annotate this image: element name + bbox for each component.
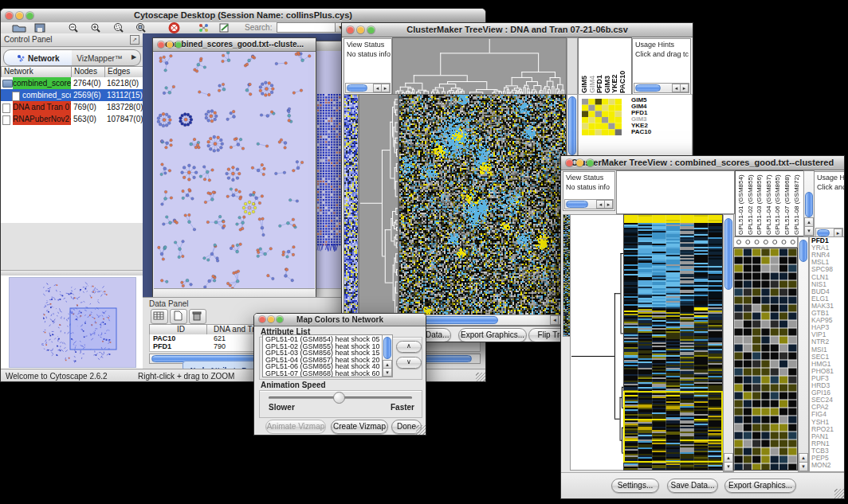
tv1-heatmap[interactable]	[398, 94, 567, 326]
birdseye-view[interactable]	[9, 277, 136, 368]
tv2-button-save-data-[interactable]: Save Data...	[667, 479, 718, 493]
zoom-in-icon[interactable]	[90, 23, 101, 33]
network-list-item[interactable]: RNAPuberNov2+563(0)107847(0)	[1, 113, 143, 125]
tv1-global-overview[interactable]	[344, 94, 359, 326]
zoom-button[interactable]	[587, 159, 594, 166]
speed-slider-thumb[interactable]	[333, 392, 345, 404]
scrollbar-thumb[interactable]	[805, 192, 813, 217]
minimize-button[interactable]	[268, 316, 274, 322]
attribute-list-item[interactable]: GPL51-07 (GSM868) heat shock 60 min	[265, 370, 393, 377]
tv2-button-settings-[interactable]: Settings...	[611, 479, 659, 493]
tv2-collabel-vscrollbar[interactable]: ▴▾	[803, 170, 815, 236]
close-button[interactable]	[6, 12, 13, 19]
tv2-gene-labels: PFD1YRA1RNR4MSL1SPC98CLN1NIS1BUD4ELG1MAK…	[809, 236, 845, 472]
column-header-network[interactable]: Network	[1, 66, 75, 78]
minimize-button[interactable]	[576, 159, 583, 166]
search-input[interactable]	[277, 22, 336, 33]
scrollbar-thumb[interactable]	[566, 201, 588, 208]
resize-grip[interactable]	[416, 425, 426, 435]
new-attribute-button[interactable]	[170, 309, 187, 324]
scrollbar-thumb[interactable]	[635, 84, 661, 92]
tv1-row-dendrogram[interactable]	[359, 94, 398, 326]
view-status-line1: View Status	[563, 172, 614, 182]
network-overview-icon[interactable]	[198, 23, 210, 33]
treeview2-titlebar[interactable]: ClusterMaker TreeView : combined_scores_…	[561, 156, 844, 170]
dialog-titlebar[interactable]: Map Colors to Network	[254, 314, 426, 326]
attribute-list-vscrollbar[interactable]: ▴▾	[382, 334, 393, 377]
scrollbar-thumb[interactable]	[347, 84, 367, 92]
dialog-button-create-vizmap[interactable]: Create Vizmap	[331, 420, 388, 434]
scrollbar-thumb[interactable]	[724, 218, 732, 290]
scrollbar-thumb[interactable]	[568, 96, 576, 155]
file-icon	[2, 104, 10, 113]
tv2-heatmap-vscrollbar[interactable]: ▴▾	[723, 214, 734, 472]
dense-network-view[interactable]	[316, 92, 342, 252]
zoom-button[interactable]	[277, 316, 283, 322]
desktop: { "colors": { "mdi_bg": "#42507f", "canv…	[0, 0, 848, 504]
data-column-id[interactable]: ID	[149, 324, 210, 335]
zoom-button[interactable]	[367, 26, 375, 33]
tab-network[interactable]: Network	[3, 49, 73, 66]
resize-grip[interactable]	[834, 489, 844, 498]
zoom-button[interactable]	[26, 12, 33, 19]
attribute-table-button[interactable]	[151, 309, 168, 324]
window-controls[interactable]	[6, 12, 33, 19]
network-list-item[interactable]: DNA and Tran 07769(0)183728(0)	[1, 101, 143, 113]
minimize-button[interactable]	[16, 12, 23, 19]
help-icon[interactable]	[168, 22, 180, 33]
tv2-zoom-vscrollbar[interactable]: ▴▾	[798, 236, 809, 472]
tv1-button-export-graphics-[interactable]: Export Graphics...	[458, 328, 527, 342]
network-edges: 107847(0)	[107, 113, 143, 125]
view-status-hscrollbar[interactable]: ◂▸	[345, 83, 391, 93]
usage-hints-hscrollbar[interactable]: ◂▸	[634, 83, 689, 93]
tv2-row-dendrogram[interactable]	[570, 214, 624, 471]
cell-value: 790	[214, 342, 226, 350]
zoom-selected-icon[interactable]	[112, 23, 125, 33]
close-button[interactable]	[347, 26, 354, 33]
resize-grip[interactable]	[476, 373, 485, 382]
move-up-button[interactable]: ∧	[396, 341, 422, 353]
network-list-item[interactable]: combined_scores2764(0)16218(0)	[1, 77, 143, 89]
network-list-item[interactable]: combined_sco2569(6)13112(15)	[1, 89, 143, 101]
tv1-correlation-matrix[interactable]	[582, 99, 622, 135]
close-button[interactable]	[158, 41, 164, 48]
scrollbar-thumb[interactable]	[799, 240, 807, 262]
file-icon	[2, 115, 10, 125]
tv1-column-dendrogram[interactable]	[392, 37, 567, 95]
tab-overflow-button[interactable]: ▶	[128, 49, 141, 66]
gene-label[interactable]: MON2	[811, 462, 831, 469]
tv2-zoom-heatmap[interactable]	[733, 248, 798, 471]
column-header-nodes[interactable]: Nodes	[71, 66, 108, 78]
network-edges: 183728(0)	[107, 101, 143, 113]
annotation-icon[interactable]	[219, 23, 230, 33]
network-nodes: 2569(6)	[73, 89, 104, 101]
network-window-titlebar[interactable]: combined_scores_good.txt--cluste...	[153, 38, 316, 52]
treeview1-titlebar[interactable]: ClusterMaker TreeView : DNA and Tran 07-…	[342, 23, 693, 37]
move-down-button[interactable]: ∨	[396, 357, 422, 369]
main-titlebar[interactable]: Cytoscape Desktop (Session Name: collins…	[1, 9, 485, 23]
column-header-edges[interactable]: Edges	[104, 66, 147, 78]
usage-hints-line2: Click and drag tc	[633, 49, 690, 58]
minimize-button[interactable]	[357, 26, 364, 33]
delete-attribute-button[interactable]	[189, 309, 206, 324]
close-button[interactable]	[259, 316, 265, 322]
tv2-button-export-graphics-[interactable]: Export Graphics...	[724, 479, 796, 493]
zoom-button[interactable]	[175, 41, 182, 48]
network-canvas[interactable]	[154, 52, 315, 288]
view-status-hscrollbar[interactable]: ◂▸	[564, 199, 614, 209]
minimize-button[interactable]	[167, 41, 173, 48]
float-panel-icon[interactable]: ↗	[130, 35, 139, 45]
tv2-column-dendrogram[interactable]	[616, 170, 735, 214]
file-icon	[12, 92, 20, 101]
open-folder-icon[interactable]	[12, 23, 26, 33]
zoom-out-icon[interactable]	[68, 23, 79, 33]
save-icon[interactable]	[34, 23, 45, 33]
attribute-list[interactable]: GPL51-01 (GSM854) heat shock 05 minGPL51…	[262, 334, 393, 377]
close-button[interactable]	[566, 159, 573, 166]
network-name: combined_scores	[13, 77, 71, 89]
scrollbar-thumb[interactable]	[817, 229, 830, 236]
zoom-fit-icon[interactable]	[135, 23, 147, 33]
scrollbar-thumb[interactable]	[383, 337, 391, 359]
tab-vizmapper[interactable]: VizMapper™	[72, 49, 128, 66]
tv2-selection-rectangle[interactable]	[623, 391, 723, 463]
